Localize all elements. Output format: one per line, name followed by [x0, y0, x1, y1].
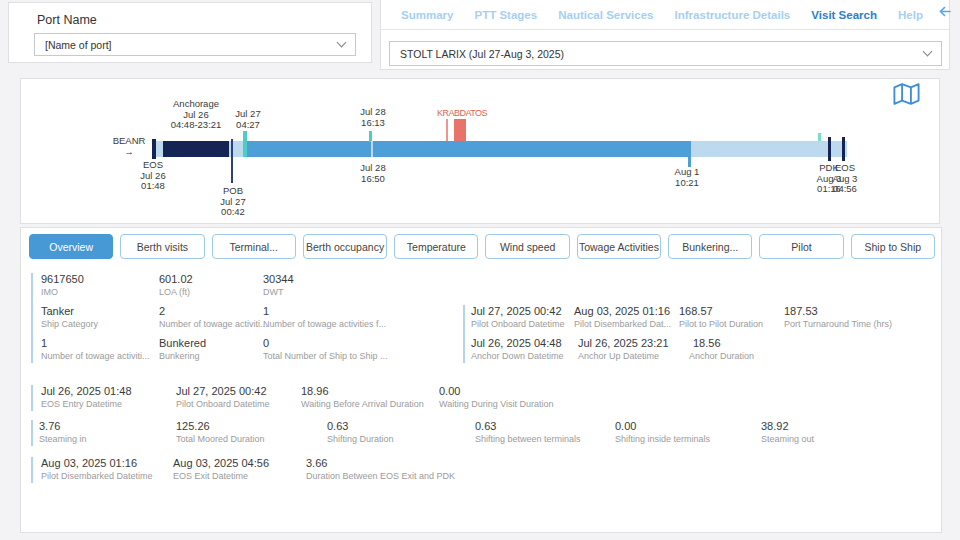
view-tabs: Overview Berth visits Terminal... Berth …	[29, 234, 935, 259]
origin-port-label: BEANR →	[107, 136, 151, 157]
timeline-bar-departure[interactable]	[691, 141, 847, 157]
timeline-segment-pale-1[interactable]	[156, 141, 163, 157]
timeline-tick-pob[interactable]	[231, 139, 233, 183]
stat-pilot-to-pilot: 168.57Pilot to Pilot Duration	[679, 305, 763, 329]
stat-eos-entry: Jul 26, 2025 01:48EOS Entry Datetime	[41, 385, 132, 409]
header-right: Summary PTT Stages Nautical Services Inf…	[380, 0, 950, 70]
stat-eos-exit: Aug 03, 2025 04:56EOS Exit Datetime	[173, 457, 269, 481]
page: Port Name [Name of port] Summary PTT Sta…	[0, 0, 960, 540]
stat-total-moored: 125.26Total Moored Duration	[176, 420, 265, 444]
view-tab-temperature[interactable]: Temperature	[394, 234, 478, 259]
stat-imo: 9617650IMO	[41, 273, 84, 297]
tab-ptt-stages[interactable]: PTT Stages	[475, 9, 538, 21]
stat-eos-to-pdk-duration: 3.66Duration Between EOS Exit and PDK	[306, 457, 455, 481]
pob-label: POB Jul 27 00:42	[207, 186, 259, 218]
view-tab-bunkering[interactable]: Bunkering...	[668, 234, 752, 259]
tab-nautical-services[interactable]: Nautical Services	[558, 9, 653, 21]
eos-exit-label: EOS Aug 3 04:56	[821, 163, 869, 195]
tab-visit-search[interactable]: Visit Search	[811, 9, 877, 21]
eos-entry-label: EOS Jul 26 01:48	[127, 160, 179, 192]
group-accent-pilot	[463, 305, 465, 363]
stat-shifting-inside-terminals: 0.00Shifting inside terminals	[615, 420, 710, 444]
overview-card: Overview Berth visits Terminal... Berth …	[20, 227, 942, 533]
view-tab-terminal[interactable]: Terminal...	[212, 234, 296, 259]
stat-turnaround: 187.53Port Turnaround Time (hrs)	[784, 305, 892, 329]
port-name-label: Port Name	[37, 13, 97, 27]
stat-anchor-up: Jul 26, 2025 23:21Anchor Up Datetime	[578, 337, 669, 361]
back-arrow-icon[interactable]	[938, 4, 952, 22]
view-tab-wind-speed[interactable]: Wind speed	[485, 234, 569, 259]
stat-pilot-disembarked: Aug 03, 2025 01:16Pilot Disembarked Dat.…	[574, 305, 671, 329]
stat-ship-to-ship-total: 0Total Number of Ship to Ship ...	[263, 337, 388, 361]
stat-pilot-onboard: Jul 27, 2025 00:42Pilot Onboard Datetime	[471, 305, 565, 329]
stat-steaming-out: 38.92Steaming out	[761, 420, 814, 444]
tab-help[interactable]: Help	[898, 9, 923, 21]
timeline-tick-tug[interactable]	[446, 119, 448, 141]
group-accent-steaming	[31, 420, 33, 446]
stat-steaming-in: 3.76Steaming in	[39, 420, 87, 444]
visit-select[interactable]: STOLT LARIX (Jul 27-Aug 3, 2025)	[389, 41, 942, 66]
stat-anchor-duration: 18.56Anchor Duration	[689, 337, 754, 361]
view-tab-berth-visits[interactable]: Berth visits	[120, 234, 204, 259]
port-select-value: [Name of port]	[45, 39, 112, 51]
port-select[interactable]: [Name of port]	[34, 33, 356, 56]
arrow-right-icon: →	[107, 147, 151, 158]
timeline-tick-jul28-inner[interactable]	[371, 141, 373, 157]
group-accent-ship	[31, 273, 33, 363]
view-tab-berth-occupancy[interactable]: Berth occupancy	[303, 234, 387, 259]
timeline-block-tug[interactable]	[454, 119, 466, 141]
map-icon[interactable]	[893, 83, 920, 109]
stat-towage-count: 2Number of towage activiti...	[159, 305, 268, 329]
stat-loa: 601.02LOA (ft)	[159, 273, 193, 297]
tab-infrastructure-details[interactable]: Infrastructure Details	[675, 9, 791, 21]
jul28-below-label: Jul 28 16:50	[346, 163, 400, 184]
chevron-down-icon	[923, 47, 933, 57]
visit-select-value: STOLT LARIX (Jul 27-Aug 3, 2025)	[400, 48, 564, 60]
stat-shifting-between-terminals: 0.63Shifting between terminals	[475, 420, 581, 444]
tug-event-label: KRABDATOS	[426, 108, 498, 119]
nav-bar: Summary PTT Stages Nautical Services Inf…	[381, 0, 949, 30]
stat-pilot-onboard-2: Jul 27, 2025 00:42Pilot Onboard Datetime	[176, 385, 270, 409]
pilot-tick-label: Jul 27 04:27	[221, 109, 275, 130]
view-tab-pilot[interactable]: Pilot	[759, 234, 843, 259]
stat-towage-count-f: 1Number of towage activities f...	[263, 305, 386, 329]
tab-summary[interactable]: Summary	[401, 9, 453, 21]
timeline-bar-anchorage[interactable]	[163, 141, 229, 157]
group-accent-exit	[31, 457, 33, 483]
view-tab-towage-activities[interactable]: Towage Activities	[577, 234, 661, 259]
stat-towage-count-2: 1Number of towage activiti...	[41, 337, 150, 361]
timeline-card: BEANR → Anchorage Jul 26 04:48-23:21 Jul…	[20, 78, 940, 224]
view-tab-overview[interactable]: Overview	[29, 234, 113, 259]
port-selector-card: Port Name [Name of port]	[8, 2, 372, 63]
stat-waiting-before-arrival: 18.96Waiting Before Arrival Duration	[301, 385, 424, 409]
stat-waiting-during-visit: 0.00Waiting During Visit Duration	[439, 385, 554, 409]
chevron-down-icon	[337, 38, 347, 48]
aug1-label: Aug 1 10:21	[661, 167, 713, 188]
view-tab-ship-to-ship[interactable]: Ship to Ship	[851, 234, 935, 259]
stat-shifting-duration: 0.63Shifting Duration	[327, 420, 394, 444]
stat-dwt: 30344DWT	[263, 273, 294, 297]
group-accent-entry	[31, 385, 33, 411]
timeline-tick-pdk[interactable]	[828, 137, 831, 161]
stat-ship-category: TankerShip Category	[41, 305, 98, 329]
jul28-above-label: Jul 28 16:13	[346, 107, 400, 128]
timeline-tick-eos-exit[interactable]	[842, 137, 845, 161]
timeline-bar-moored[interactable]	[247, 141, 691, 157]
stat-anchor-down: Jul 26, 2025 04:48Anchor Down Datetime	[471, 337, 564, 361]
stat-bunkering: BunkeredBunkering	[159, 337, 206, 361]
stat-pilot-disembarked-2: Aug 03, 2025 01:16Pilot Disembarked Date…	[41, 457, 153, 481]
timeline-tick-mint[interactable]	[818, 133, 821, 141]
